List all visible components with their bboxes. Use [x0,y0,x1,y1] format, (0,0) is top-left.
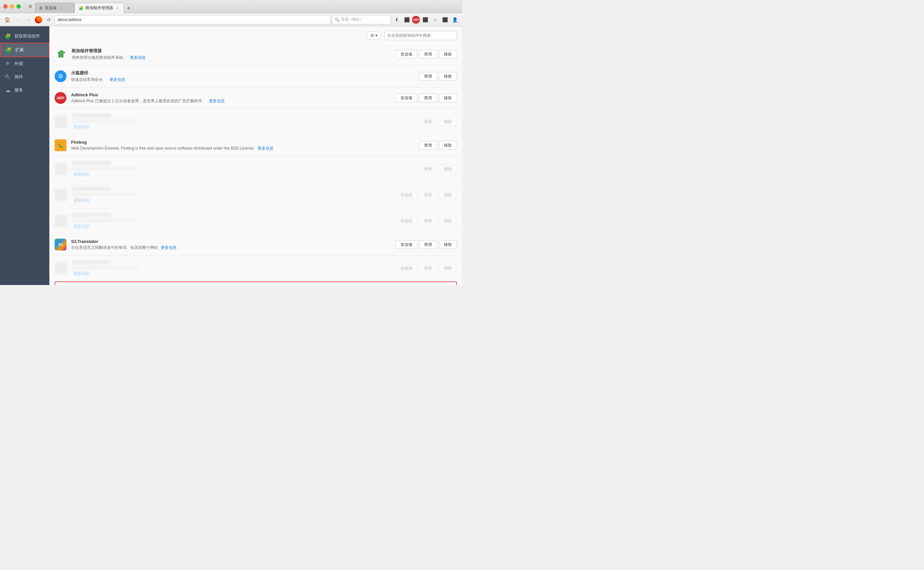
blurred-icon-5 [55,262,67,274]
firefox-shortcuts-desc: 快速启动常用命令。 更多信息 [71,77,415,83]
blurred-5-remove-btn[interactable]: 移除 [439,264,457,273]
sidebar-item-services[interactable]: ☁ 服务 [0,83,49,97]
tab-addons-close[interactable]: × [115,6,120,11]
extension-list: 附加组件管理器 用来管理火狐的附加组件系统。 更多信息 首选项 禁用 移除 ⚙ [49,43,462,285]
close-button[interactable] [3,4,8,9]
firefox-shortcuts-more-info[interactable]: 更多信息 [109,77,125,82]
forward-button[interactable]: → [24,15,33,25]
blurred-3-remove-btn[interactable]: 移除 [439,191,457,199]
firebug-desc: Web Development Evolved. Firebug is free… [71,146,415,151]
firefox-shortcuts-info: 火狐捷径 快速启动常用命令。 更多信息 [71,70,415,83]
tab-prefs[interactable]: ⚙ 首选项 × [35,3,74,13]
adblock-plus-more-info[interactable]: 更多信息 [209,99,225,103]
firebug-info: Firebug Web Development Evolved. Firebug… [71,140,415,151]
blurred-name-3 [72,187,111,191]
blurred-5-prefs-btn[interactable]: 首选项 [395,264,417,273]
user-button[interactable]: 👤 [450,15,460,25]
addon-manager-disable-btn[interactable]: 禁用 [419,50,437,58]
maximize-button[interactable] [17,4,21,9]
refresh-button[interactable]: ↺ [44,15,53,25]
blurred-more-info-4[interactable]: 更多信息 [74,224,89,228]
list-item: 更多信息 禁用 移除 [55,156,457,182]
settings-gear-button[interactable]: ⚙ ▾ [367,32,381,40]
blurred-desc-2 [72,167,138,170]
blurred-3-prefs-btn[interactable]: 首选项 [395,191,417,199]
addon-manager-remove-btn[interactable]: 移除 [439,50,457,58]
appearance-icon: 👁 [5,60,11,67]
nav-right-icons: ⬇ ⬛ ABP ⬛ ☆ ⬛ 👤 [392,15,460,25]
tab-gear-button[interactable]: ⚙ [26,2,35,11]
blurred-more-info-5[interactable]: 更多信息 [74,271,89,276]
list-item: 更多信息 首选项 禁用 移除 [55,256,457,281]
addon-manager-prefs-btn[interactable]: 首选项 [395,50,417,58]
adblock-plus-prefs-btn[interactable]: 首选项 [395,94,417,102]
s3-translator-remove-btn[interactable]: 移除 [439,240,457,249]
adblock-plus-name: Adblock Plus [71,92,391,97]
home-button[interactable]: 🏠 [3,15,12,25]
firebug-disable-btn[interactable]: 禁用 [419,141,437,150]
addon-manager-more-info[interactable]: 更多信息 [130,55,146,60]
minimize-button[interactable] [10,4,14,9]
search-bar-placeholder: 百度 <⌘K> [341,17,361,22]
firefox-logo [35,16,42,23]
abp-nav-button[interactable]: ABP [412,16,420,24]
tab-view-button[interactable]: ⬛ [421,15,430,25]
blurred-1-remove-btn[interactable]: 移除 [439,117,457,126]
blurred-more-info-3[interactable]: 更多信息 [74,198,89,202]
s3-translator-name: S3.Translator [71,239,391,244]
blurred-4-remove-btn[interactable]: 移除 [439,217,457,225]
extensions-icon: 🧩 [5,47,12,53]
list-item: ⚙ 火狐捷径 快速启动常用命令。 更多信息 禁用 移除 [55,66,457,87]
firebug-more-info[interactable]: 更多信息 [258,146,274,150]
s3-translator-prefs-btn[interactable]: 首选项 [395,240,417,249]
tab-addons-label: 附加组件管理器 [86,5,113,11]
blurred-actions-1: 禁用 移除 [419,117,457,126]
blurred-5-disable-btn[interactable]: 禁用 [419,264,437,273]
search-addons-input[interactable] [384,31,457,40]
firefox-shortcuts-disable-btn[interactable]: 禁用 [419,72,437,81]
blurred-more-info-1[interactable]: 更多信息 [74,124,89,129]
sidebar-item-plugins[interactable]: 🔌 插件 [0,70,49,83]
sidebar-item-appearance[interactable]: 👁 外观 [0,57,49,70]
main-layout: 🧩 获取附加组件 🧩 扩展 👁 外观 🔌 插件 ☁ 服务 ⚙ ▾ [0,26,462,285]
firefox-shortcuts-remove-btn[interactable]: 移除 [439,72,457,81]
blurred-2-disable-btn[interactable]: 禁用 [419,165,437,173]
back-button[interactable]: ← [13,15,22,25]
bookmark-button[interactable]: ☆ [430,15,440,25]
title-bar: ⚙ ⚙ 首选项 × 🧩 附加组件管理器 × + [0,0,462,13]
s3-translator-more-info[interactable]: 更多信息 [161,245,177,250]
blurred-info-4: 更多信息 [72,213,391,229]
addon-manager-name: 附加组件管理器 [72,48,391,54]
blurred-4-prefs-btn[interactable]: 首选项 [395,217,417,225]
new-tab-button[interactable]: + [124,4,133,13]
tab-addons[interactable]: 🧩 附加组件管理器 × [74,3,124,13]
plugins-icon: 🔌 [5,74,11,80]
blurred-4-disable-btn[interactable]: 禁用 [419,217,437,225]
blurred-icon-2 [55,163,67,175]
url-bar[interactable] [55,15,331,25]
s3-translator-icon: S3 [55,239,66,250]
blurred-name-4 [72,213,111,217]
firefox-shortcuts-icon: ⚙ [55,70,66,82]
sync-button[interactable]: ⬛ [440,15,449,25]
s3-translator-info: S3.Translator 在任意语言之间翻译选中的单词、短语或整个网站 更多信… [71,239,391,250]
screenshot-button[interactable]: ⬛ [402,15,411,25]
adblock-plus-remove-btn[interactable]: 移除 [439,94,457,102]
nav-bar: 🏠 ← → ↺ 🔍 百度 <⌘K> ⬇ ⬛ ABP ⬛ ☆ ⬛ 👤 [0,13,462,26]
s3-translator-disable-btn[interactable]: 禁用 [419,240,437,249]
tab-prefs-close[interactable]: × [58,6,63,11]
adblock-plus-disable-btn[interactable]: 禁用 [419,94,437,102]
blurred-1-disable-btn[interactable]: 禁用 [419,117,437,126]
blurred-3-disable-btn[interactable]: 禁用 [419,191,437,199]
firefox-shortcuts-name: 火狐捷径 [71,70,415,76]
blurred-2-remove-btn[interactable]: 移除 [439,165,457,173]
firebug-actions: 禁用 移除 [419,141,457,150]
addon-manager-actions: 首选项 禁用 移除 [395,50,457,58]
sidebar-item-extensions[interactable]: 🧩 扩展 [0,43,49,57]
settings-gear-icon: ⚙ [371,33,374,38]
sidebar-item-get-addons[interactable]: 🧩 获取附加组件 [0,29,49,43]
blurred-more-info-2[interactable]: 更多信息 [74,172,89,176]
download-button[interactable]: ⬇ [392,15,401,25]
tab-prefs-label: 首选项 [45,5,57,11]
firebug-remove-btn[interactable]: 移除 [439,141,457,150]
